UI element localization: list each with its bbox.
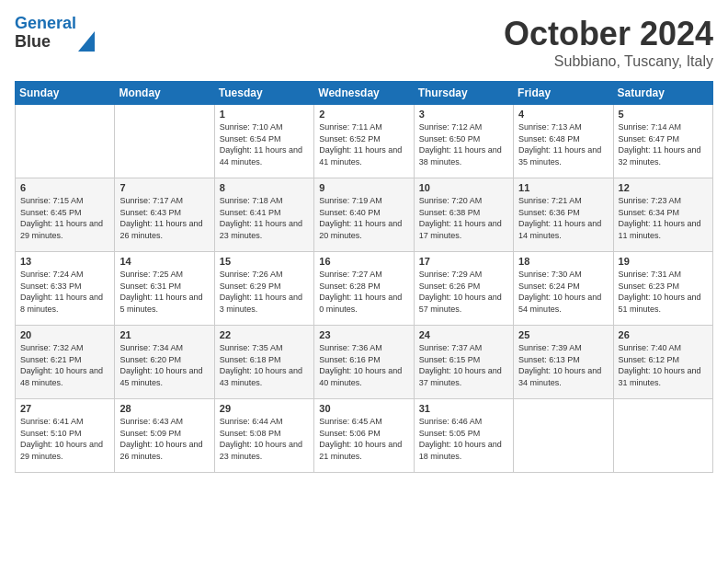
- svg-marker-0: [78, 31, 95, 52]
- logo: General Blue: [15, 15, 95, 52]
- calendar-cell: 17Sunrise: 7:29 AM Sunset: 6:26 PM Dayli…: [414, 252, 513, 326]
- day-info: Sunrise: 7:10 AM Sunset: 6:54 PM Dayligh…: [220, 121, 309, 167]
- day-info: Sunrise: 7:40 AM Sunset: 6:12 PM Dayligh…: [619, 342, 708, 388]
- calendar-cell: 9Sunrise: 7:19 AM Sunset: 6:40 PM Daylig…: [314, 178, 414, 252]
- calendar-cell: 19Sunrise: 7:31 AM Sunset: 6:23 PM Dayli…: [613, 252, 712, 326]
- day-number: 25: [518, 329, 608, 340]
- col-header-thursday: Thursday: [414, 82, 513, 105]
- day-number: 17: [419, 256, 508, 267]
- day-info: Sunrise: 6:45 AM Sunset: 5:06 PM Dayligh…: [319, 416, 408, 462]
- day-info: Sunrise: 7:24 AM Sunset: 6:33 PM Dayligh…: [20, 269, 109, 315]
- calendar-cell: 15Sunrise: 7:26 AM Sunset: 6:29 PM Dayli…: [214, 252, 313, 326]
- day-number: 15: [220, 256, 309, 267]
- calendar-cell: 12Sunrise: 7:23 AM Sunset: 6:34 PM Dayli…: [613, 178, 712, 252]
- calendar-cell: 26Sunrise: 7:40 AM Sunset: 6:12 PM Dayli…: [613, 326, 712, 399]
- calendar-cell: 7Sunrise: 7:17 AM Sunset: 6:43 PM Daylig…: [115, 178, 214, 252]
- day-info: Sunrise: 7:20 AM Sunset: 6:38 PM Dayligh…: [419, 195, 508, 241]
- calendar-cell: 31Sunrise: 6:46 AM Sunset: 5:05 PM Dayli…: [414, 399, 513, 473]
- calendar-cell: [613, 399, 712, 473]
- calendar-cell: 16Sunrise: 7:27 AM Sunset: 6:28 PM Dayli…: [314, 252, 414, 326]
- week-row-4: 20Sunrise: 7:32 AM Sunset: 6:21 PM Dayli…: [16, 326, 713, 399]
- day-number: 9: [319, 182, 408, 193]
- day-info: Sunrise: 7:12 AM Sunset: 6:50 PM Dayligh…: [419, 121, 508, 167]
- day-number: 20: [20, 329, 109, 340]
- day-number: 3: [419, 109, 508, 120]
- calendar-body: 1Sunrise: 7:10 AM Sunset: 6:54 PM Daylig…: [16, 105, 713, 473]
- day-number: 1: [220, 109, 309, 120]
- day-number: 16: [319, 256, 408, 267]
- day-number: 7: [119, 182, 209, 193]
- day-info: Sunrise: 7:31 AM Sunset: 6:23 PM Dayligh…: [619, 269, 708, 315]
- calendar-cell: 30Sunrise: 6:45 AM Sunset: 5:06 PM Dayli…: [314, 399, 414, 473]
- calendar-cell: 24Sunrise: 7:37 AM Sunset: 6:15 PM Dayli…: [414, 326, 513, 399]
- calendar-cell: 23Sunrise: 7:36 AM Sunset: 6:16 PM Dayli…: [314, 326, 414, 399]
- day-info: Sunrise: 7:17 AM Sunset: 6:43 PM Dayligh…: [119, 195, 209, 241]
- col-header-saturday: Saturday: [613, 82, 712, 105]
- day-info: Sunrise: 7:25 AM Sunset: 6:31 PM Dayligh…: [119, 269, 209, 315]
- calendar-cell: 11Sunrise: 7:21 AM Sunset: 6:36 PM Dayli…: [514, 178, 613, 252]
- day-number: 12: [619, 182, 708, 193]
- day-number: 11: [518, 182, 608, 193]
- calendar-cell: 10Sunrise: 7:20 AM Sunset: 6:38 PM Dayli…: [414, 178, 513, 252]
- col-header-wednesday: Wednesday: [314, 82, 414, 105]
- day-info: Sunrise: 7:18 AM Sunset: 6:41 PM Dayligh…: [220, 195, 309, 241]
- day-info: Sunrise: 7:23 AM Sunset: 6:34 PM Dayligh…: [619, 195, 708, 241]
- day-number: 10: [419, 182, 508, 193]
- calendar-cell: [115, 105, 214, 178]
- day-info: Sunrise: 7:19 AM Sunset: 6:40 PM Dayligh…: [319, 195, 408, 241]
- col-header-friday: Friday: [514, 82, 613, 105]
- week-row-5: 27Sunrise: 6:41 AM Sunset: 5:10 PM Dayli…: [16, 399, 713, 473]
- day-info: Sunrise: 7:30 AM Sunset: 6:24 PM Dayligh…: [518, 269, 608, 315]
- calendar-cell: 29Sunrise: 6:44 AM Sunset: 5:08 PM Dayli…: [214, 399, 313, 473]
- day-number: 30: [319, 403, 408, 414]
- day-info: Sunrise: 7:37 AM Sunset: 6:15 PM Dayligh…: [419, 342, 508, 388]
- col-header-tuesday: Tuesday: [214, 82, 313, 105]
- day-info: Sunrise: 6:41 AM Sunset: 5:10 PM Dayligh…: [20, 416, 109, 462]
- day-number: 19: [619, 256, 708, 267]
- week-row-3: 13Sunrise: 7:24 AM Sunset: 6:33 PM Dayli…: [16, 252, 713, 326]
- day-info: Sunrise: 7:29 AM Sunset: 6:26 PM Dayligh…: [419, 269, 508, 315]
- day-number: 26: [619, 329, 708, 340]
- day-number: 14: [119, 256, 209, 267]
- page-header: General Blue October 2024 Subbiano, Tusc…: [15, 15, 713, 70]
- day-info: Sunrise: 7:35 AM Sunset: 6:18 PM Dayligh…: [220, 342, 309, 388]
- day-number: 6: [20, 182, 109, 193]
- day-number: 27: [20, 403, 109, 414]
- week-row-1: 1Sunrise: 7:10 AM Sunset: 6:54 PM Daylig…: [16, 105, 713, 178]
- day-info: Sunrise: 7:15 AM Sunset: 6:45 PM Dayligh…: [20, 195, 109, 241]
- month-title: October 2024: [504, 15, 713, 53]
- day-info: Sunrise: 7:13 AM Sunset: 6:48 PM Dayligh…: [518, 121, 608, 167]
- calendar-cell: 3Sunrise: 7:12 AM Sunset: 6:50 PM Daylig…: [414, 105, 513, 178]
- day-number: 13: [20, 256, 109, 267]
- calendar-cell: 6Sunrise: 7:15 AM Sunset: 6:45 PM Daylig…: [16, 178, 115, 252]
- calendar-cell: 1Sunrise: 7:10 AM Sunset: 6:54 PM Daylig…: [214, 105, 313, 178]
- day-info: Sunrise: 7:34 AM Sunset: 6:20 PM Dayligh…: [119, 342, 209, 388]
- day-number: 23: [319, 329, 408, 340]
- calendar-cell: 18Sunrise: 7:30 AM Sunset: 6:24 PM Dayli…: [514, 252, 613, 326]
- calendar-cell: 27Sunrise: 6:41 AM Sunset: 5:10 PM Dayli…: [16, 399, 115, 473]
- day-number: 2: [319, 109, 408, 120]
- calendar-cell: 14Sunrise: 7:25 AM Sunset: 6:31 PM Dayli…: [115, 252, 214, 326]
- day-number: 31: [419, 403, 508, 414]
- location: Subbiano, Tuscany, Italy: [504, 53, 713, 70]
- day-number: 22: [220, 329, 309, 340]
- day-number: 4: [518, 109, 608, 120]
- week-row-2: 6Sunrise: 7:15 AM Sunset: 6:45 PM Daylig…: [16, 178, 713, 252]
- calendar-cell: 20Sunrise: 7:32 AM Sunset: 6:21 PM Dayli…: [16, 326, 115, 399]
- day-info: Sunrise: 7:26 AM Sunset: 6:29 PM Dayligh…: [220, 269, 309, 315]
- day-number: 21: [119, 329, 209, 340]
- day-info: Sunrise: 7:36 AM Sunset: 6:16 PM Dayligh…: [319, 342, 408, 388]
- calendar-cell: 8Sunrise: 7:18 AM Sunset: 6:41 PM Daylig…: [214, 178, 313, 252]
- day-number: 5: [619, 109, 708, 120]
- day-info: Sunrise: 7:21 AM Sunset: 6:36 PM Dayligh…: [518, 195, 608, 241]
- day-number: 28: [119, 403, 209, 414]
- calendar-cell: 28Sunrise: 6:43 AM Sunset: 5:09 PM Dayli…: [115, 399, 214, 473]
- calendar-table: SundayMondayTuesdayWednesdayThursdayFrid…: [15, 81, 713, 473]
- day-info: Sunrise: 7:27 AM Sunset: 6:28 PM Dayligh…: [319, 269, 408, 315]
- day-info: Sunrise: 7:32 AM Sunset: 6:21 PM Dayligh…: [20, 342, 109, 388]
- day-info: Sunrise: 6:46 AM Sunset: 5:05 PM Dayligh…: [419, 416, 508, 462]
- calendar-header-row: SundayMondayTuesdayWednesdayThursdayFrid…: [16, 82, 713, 105]
- calendar-cell: 5Sunrise: 7:14 AM Sunset: 6:47 PM Daylig…: [613, 105, 712, 178]
- title-block: October 2024 Subbiano, Tuscany, Italy: [504, 15, 713, 70]
- col-header-sunday: Sunday: [16, 82, 115, 105]
